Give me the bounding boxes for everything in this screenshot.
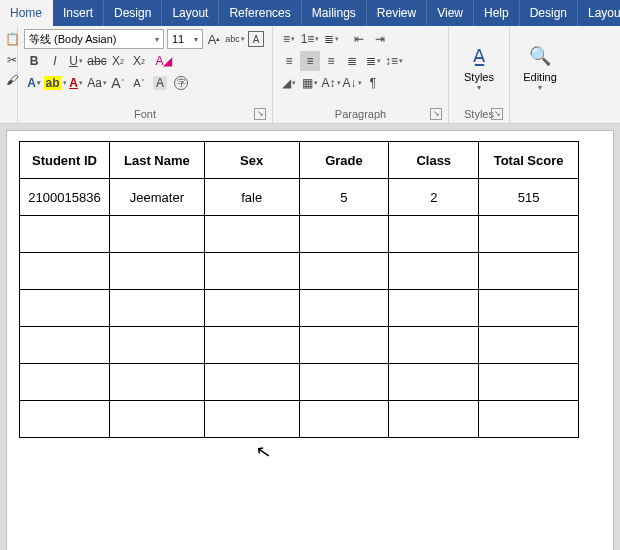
bold-button[interactable]: B [24,51,44,71]
table-row[interactable] [20,290,579,327]
numbering-icon[interactable]: 1≡ [300,29,320,49]
editing-button[interactable]: 🔍 Editing ▾ [516,37,564,98]
table-cell[interactable] [109,327,204,364]
table-row[interactable] [20,253,579,290]
tab-references[interactable]: References [219,0,301,26]
text-effects-icon[interactable]: A [24,73,44,93]
table-cell[interactable] [20,253,110,290]
multilevel-list-icon[interactable]: ≣ [321,29,341,49]
table-cell[interactable] [109,364,204,401]
font-dialog-launcher[interactable]: ↘ [254,108,266,120]
superscript-button[interactable]: X2 [129,51,149,71]
tab-table-design[interactable]: Design [520,0,578,26]
tab-home[interactable]: Home [0,0,53,26]
tab-help[interactable]: Help [474,0,520,26]
shading-icon[interactable]: ◢ [279,73,299,93]
sort-icon[interactable]: A↓ [342,73,362,93]
enclose-char-icon[interactable]: 字 [171,73,191,93]
tab-mailings[interactable]: Mailings [302,0,367,26]
clear-format-icon[interactable]: A◢ [150,51,178,71]
header-cell[interactable]: Class [389,142,479,179]
table-cell[interactable] [299,253,389,290]
table-row[interactable] [20,364,579,401]
change-case-icon[interactable]: Aa [87,73,107,93]
shrink-a-icon[interactable]: A˅ [129,73,149,93]
table-cell[interactable]: 5 [299,179,389,216]
table-header-row[interactable]: Student ID Last Name Sex Grade Class Tot… [20,142,579,179]
italic-button[interactable]: I [45,51,65,71]
table-cell[interactable]: 2 [389,179,479,216]
table-row[interactable] [20,401,579,438]
tab-view[interactable]: View [427,0,474,26]
underline-button[interactable]: U [66,51,86,71]
table-cell[interactable] [204,364,299,401]
table-cell[interactable] [299,216,389,253]
table-cell[interactable]: fale [204,179,299,216]
table-cell[interactable]: Jeemater [109,179,204,216]
table-cell[interactable] [20,401,110,438]
styles-dialog-launcher[interactable]: ↘ [491,108,503,120]
distribute-icon[interactable]: ≣ [363,51,383,71]
table-cell[interactable] [20,327,110,364]
table-cell[interactable] [20,290,110,327]
align-left-icon[interactable]: ≡ [279,51,299,71]
table-cell[interactable] [109,253,204,290]
table-cell[interactable] [299,364,389,401]
table-cell[interactable] [389,290,479,327]
table-cell[interactable]: 515 [479,179,579,216]
table-cell[interactable] [299,327,389,364]
font-name-select[interactable]: 等线 (Body Asian)▾ [24,29,164,49]
text-direction-icon[interactable]: A↕ [321,73,341,93]
table-cell[interactable] [204,216,299,253]
font-color-icon[interactable]: A [66,73,86,93]
phonetic-guide-icon[interactable]: abc [225,29,245,49]
header-cell[interactable]: Last Name [109,142,204,179]
table-cell[interactable] [479,216,579,253]
table-cell[interactable] [299,290,389,327]
table-cell[interactable] [479,290,579,327]
tab-review[interactable]: Review [367,0,427,26]
align-right-icon[interactable]: ≡ [321,51,341,71]
table-cell[interactable] [479,253,579,290]
table-cell[interactable] [389,401,479,438]
copy-brush-icon[interactable]: 🖌 [2,70,22,90]
table-row[interactable] [20,216,579,253]
show-marks-icon[interactable]: ¶ [363,73,383,93]
line-spacing-icon[interactable]: ↕≡ [384,51,404,71]
table-cell[interactable] [479,401,579,438]
table-cell[interactable] [204,401,299,438]
grow-a-icon[interactable]: A˄ [108,73,128,93]
tab-design[interactable]: Design [104,0,162,26]
header-cell[interactable]: Student ID [20,142,110,179]
table-cell[interactable] [389,253,479,290]
table-row[interactable] [20,327,579,364]
strikethrough-button[interactable]: abc [87,51,107,71]
table-cell[interactable] [109,290,204,327]
table-cell[interactable] [389,364,479,401]
highlight-icon[interactable]: ab [45,73,65,93]
styles-button[interactable]: A̲ Styles ▾ [455,37,503,98]
tab-table-layout[interactable]: Layout [578,0,620,26]
tab-insert[interactable]: Insert [53,0,104,26]
increase-indent-icon[interactable]: ⇥ [370,29,390,49]
table-cell[interactable] [389,216,479,253]
justify-icon[interactable]: ≣ [342,51,362,71]
decrease-indent-icon[interactable]: ⇤ [349,29,369,49]
header-cell[interactable]: Grade [299,142,389,179]
table-cell[interactable] [204,327,299,364]
paste-icon[interactable]: 📋 [2,28,22,50]
table-cell[interactable] [20,216,110,253]
align-center-icon[interactable]: ≡ [300,51,320,71]
tab-layout[interactable]: Layout [162,0,219,26]
student-table[interactable]: Student ID Last Name Sex Grade Class Tot… [19,141,579,438]
grow-font-icon[interactable]: A▴ [204,29,224,49]
header-cell[interactable]: Sex [204,142,299,179]
table-cell[interactable] [204,290,299,327]
table-cell[interactable] [299,401,389,438]
table-cell[interactable] [479,364,579,401]
table-cell[interactable] [109,216,204,253]
borders-icon[interactable]: ▦ [300,73,320,93]
page[interactable]: Student ID Last Name Sex Grade Class Tot… [6,130,614,550]
table-cell[interactable] [20,364,110,401]
document-area[interactable]: Student ID Last Name Sex Grade Class Tot… [0,124,620,550]
